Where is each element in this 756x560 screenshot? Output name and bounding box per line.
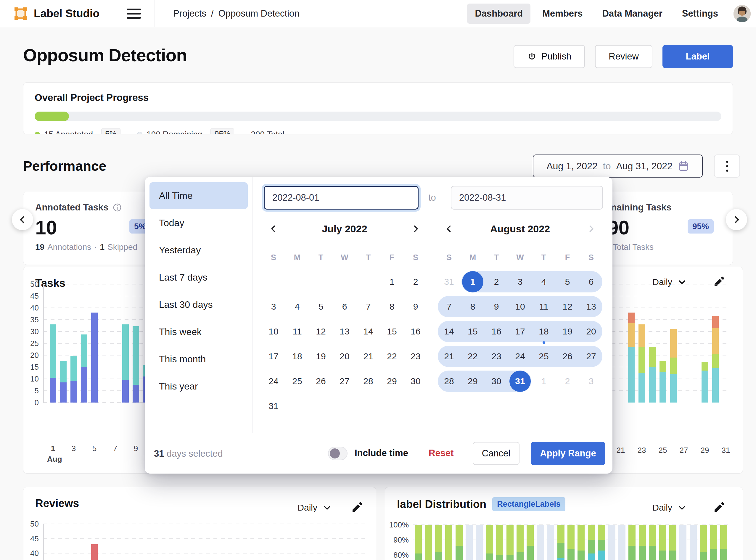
preset-last-30-days[interactable]: Last 30 days <box>150 291 248 318</box>
calendar-day[interactable]: 5 <box>309 294 333 319</box>
calendar-august: August 2022 SMTWTFS311234567891011121314… <box>437 218 603 394</box>
page-title: Opposum Detection <box>23 45 187 65</box>
calendar-day[interactable]: 19 <box>309 344 333 369</box>
chevron-left-icon <box>270 225 278 233</box>
calendar-day[interactable]: 6 <box>333 294 356 319</box>
calendar-day <box>356 269 380 294</box>
calendar-day[interactable]: 27 <box>333 369 356 394</box>
preset-list: All TimeTodayYesterdayLast 7 daysLast 30… <box>145 177 253 433</box>
include-time-label: Include time <box>355 448 408 459</box>
preset-today[interactable]: Today <box>150 209 248 236</box>
calendar-day[interactable]: 30 <box>404 369 427 394</box>
top-nav: Dashboard Members Data Manager Settings <box>467 3 726 24</box>
apply-range-button[interactable]: Apply Range <box>531 442 605 465</box>
calendar-day[interactable]: 2 <box>404 269 427 294</box>
calendar-day[interactable]: 9 <box>404 294 427 319</box>
preset-all-time[interactable]: All Time <box>150 182 248 209</box>
chevron-right-icon <box>732 215 741 224</box>
calendar-day[interactable]: 21 <box>356 344 380 369</box>
preset-yesterday[interactable]: Yesterday <box>150 237 248 263</box>
calendar-day <box>356 394 380 419</box>
tab-settings[interactable]: Settings <box>674 3 726 24</box>
calendar-day[interactable]: 18 <box>285 344 309 369</box>
remaining-count: 190 Remaining <box>146 129 202 135</box>
calendar-day[interactable]: 25 <box>285 369 309 394</box>
total-count: 200 Total <box>251 129 284 135</box>
publish-button[interactable]: Publish <box>514 45 585 68</box>
progress-legend: 15 Annotated 5% 190 Remaining 95% 200 To… <box>35 128 721 134</box>
include-time-toggle[interactable] <box>328 447 347 460</box>
preset-this-month[interactable]: This month <box>150 346 248 372</box>
calendar-day[interactable]: 4 <box>285 294 309 319</box>
date-range-button[interactable]: Aug 1, 2022 to Aug 31, 2022 <box>533 155 703 178</box>
preset-this-week[interactable]: This week <box>150 319 248 345</box>
end-date-input[interactable] <box>451 186 603 209</box>
calendar-icon <box>678 160 689 172</box>
calendar-day[interactable]: 23 <box>404 344 427 369</box>
hamburger-menu-icon[interactable] <box>127 8 141 19</box>
calendar-day[interactable]: 16 <box>404 319 427 344</box>
chevron-right-icon <box>412 225 420 233</box>
weekday-label: S <box>579 246 603 269</box>
progress-title: Overall Project Progress <box>35 92 721 103</box>
prev-month-button[interactable] <box>443 223 455 235</box>
calendar-day[interactable]: 2 <box>556 369 579 394</box>
tab-members[interactable]: Members <box>535 3 590 24</box>
calendar-day[interactable]: 7 <box>356 294 380 319</box>
carousel-prev-button[interactable] <box>12 209 33 230</box>
info-icon[interactable] <box>113 203 122 212</box>
calendar-day[interactable]: 8 <box>380 294 404 319</box>
start-date-input[interactable] <box>264 186 419 209</box>
label-button[interactable]: Label <box>662 45 733 68</box>
preset-last-7-days[interactable]: Last 7 days <box>150 264 248 291</box>
breadcrumb-separator: / <box>211 8 214 19</box>
tab-data-manager[interactable]: Data Manager <box>594 3 670 24</box>
annotated-pct-chip: 5% <box>101 128 120 134</box>
calendar-day[interactable]: 15 <box>380 319 404 344</box>
calendar-day[interactable]: 31 <box>262 394 285 419</box>
calendar-day[interactable]: 1 <box>380 269 404 294</box>
calendar-day[interactable]: 11 <box>285 319 309 344</box>
progress-bar <box>35 112 721 121</box>
weekday-label: S <box>437 246 461 269</box>
avatar[interactable] <box>734 5 751 22</box>
kebab-menu-button[interactable] <box>714 155 740 178</box>
breadcrumb-projects[interactable]: Projects <box>173 8 206 19</box>
preset-this-year[interactable]: This year <box>150 373 248 400</box>
calendar-day[interactable]: 10 <box>262 319 285 344</box>
calendar-day[interactable]: 12 <box>309 319 333 344</box>
chevron-left-icon <box>445 225 453 233</box>
carousel-next-button[interactable] <box>726 209 747 230</box>
remaining-card-badge: 95% <box>688 219 714 234</box>
remaining-pct-chip: 95% <box>211 128 234 134</box>
range-to-label: to <box>428 193 436 203</box>
calendar-day <box>404 394 427 419</box>
reviews-chart-plot: 504540 <box>23 487 376 560</box>
label-studio-dashboard: Label Studio Projects / Opposum Detectio… <box>0 0 756 560</box>
calendar-day <box>380 394 404 419</box>
calendar-day[interactable]: 1 <box>532 369 556 394</box>
annotated-count: 15 Annotated <box>44 129 93 135</box>
reset-button[interactable]: Reset <box>429 448 454 459</box>
annotated-card-title: Annotated Tasks <box>35 202 108 213</box>
calendar-day[interactable]: 14 <box>356 319 380 344</box>
calendar-day[interactable]: 3 <box>262 294 285 319</box>
calendar-day[interactable]: 28 <box>356 369 380 394</box>
tab-dashboard[interactable]: Dashboard <box>467 3 531 24</box>
remaining-dot <box>137 132 142 135</box>
calendar-day[interactable]: 24 <box>262 369 285 394</box>
progress-bar-fill <box>35 112 69 121</box>
cancel-button[interactable]: Cancel <box>473 442 519 465</box>
review-button[interactable]: Review <box>595 45 652 68</box>
calendar-day[interactable]: 29 <box>380 369 404 394</box>
calendar-day[interactable]: 20 <box>333 344 356 369</box>
calendar-day[interactable]: 22 <box>380 344 404 369</box>
calendar-day <box>262 269 285 294</box>
calendar-day[interactable]: 17 <box>262 344 285 369</box>
next-month-button[interactable] <box>410 223 421 235</box>
calendar-day[interactable]: 13 <box>333 319 356 344</box>
calendar-day[interactable]: 31 <box>437 269 461 294</box>
calendar-day[interactable]: 26 <box>309 369 333 394</box>
calendar-day[interactable]: 3 <box>579 369 603 394</box>
prev-month-button[interactable] <box>267 223 279 235</box>
